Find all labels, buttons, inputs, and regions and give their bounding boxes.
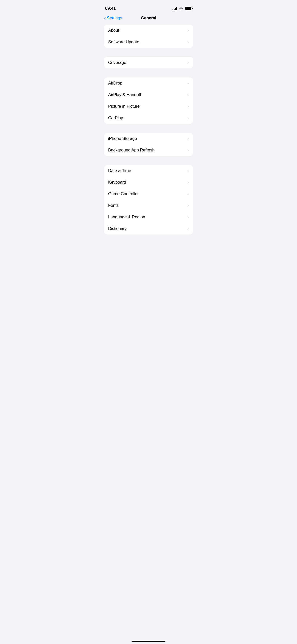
dictionary-label: Dictionary (108, 226, 127, 231)
list-item-keyboard[interactable]: Keyboard › (104, 177, 193, 188)
section-coverage: Coverage › (104, 57, 193, 68)
wifi-icon (179, 7, 183, 10)
background-app-refresh-label: Background App Refresh (108, 148, 155, 153)
list-item-airdrop[interactable]: AirDrop › (104, 77, 193, 89)
list-item-dictionary[interactable]: Dictionary › (104, 223, 193, 234)
carplay-label: CarPlay (108, 115, 123, 120)
list-item-about[interactable]: About › (104, 25, 193, 36)
section-about-update: About › Software Update › (104, 25, 193, 48)
software-update-label: Software Update (108, 39, 139, 45)
battery-icon (185, 7, 192, 10)
back-label: Settings (107, 16, 122, 21)
about-chevron-icon: › (187, 28, 189, 33)
list-item-game-controller[interactable]: Game Controller › (104, 188, 193, 200)
status-time: 09:41 (105, 6, 116, 11)
about-label: About (108, 28, 119, 33)
list-item-fonts[interactable]: Fonts › (104, 200, 193, 211)
signal-icon (173, 7, 177, 10)
software-update-chevron-icon: › (187, 39, 189, 45)
section-storage: iPhone Storage › Background App Refresh … (104, 133, 193, 156)
list-item-picture-in-picture[interactable]: Picture in Picture › (104, 101, 193, 112)
airdrop-chevron-icon: › (187, 81, 189, 86)
status-icons (173, 7, 192, 10)
fonts-label: Fonts (108, 203, 119, 208)
list-item-date-time[interactable]: Date & Time › (104, 165, 193, 177)
back-button[interactable]: ‹ Settings (104, 15, 122, 21)
nav-bar: ‹ Settings General (99, 14, 198, 25)
date-time-label: Date & Time (108, 168, 131, 173)
list-item-background-app-refresh[interactable]: Background App Refresh › (104, 144, 193, 156)
game-controller-chevron-icon: › (187, 191, 189, 196)
list-item-carplay[interactable]: CarPlay › (104, 112, 193, 124)
keyboard-chevron-icon: › (187, 180, 189, 185)
list-item-software-update[interactable]: Software Update › (104, 36, 193, 48)
section-connectivity: AirDrop › AirPlay & Handoff › Picture in… (104, 77, 193, 124)
settings-content: About › Software Update › Coverage › Air… (99, 25, 198, 254)
list-item-iphone-storage[interactable]: iPhone Storage › (104, 133, 193, 144)
background-app-refresh-chevron-icon: › (187, 148, 189, 153)
airdrop-label: AirDrop (108, 81, 122, 86)
iphone-storage-label: iPhone Storage (108, 136, 137, 141)
section-system: Date & Time › Keyboard › Game Controller… (104, 165, 193, 234)
airplay-handoff-label: AirPlay & Handoff (108, 92, 141, 97)
list-item-airplay-handoff[interactable]: AirPlay & Handoff › (104, 89, 193, 101)
coverage-label: Coverage (108, 60, 126, 65)
airplay-handoff-chevron-icon: › (187, 92, 189, 97)
game-controller-label: Game Controller (108, 191, 139, 196)
fonts-chevron-icon: › (187, 203, 189, 208)
language-region-label: Language & Region (108, 215, 145, 220)
date-time-chevron-icon: › (187, 168, 189, 173)
dictionary-chevron-icon: › (187, 226, 189, 231)
language-region-chevron-icon: › (187, 215, 189, 220)
carplay-chevron-icon: › (187, 115, 189, 120)
keyboard-label: Keyboard (108, 180, 126, 185)
list-item-language-region[interactable]: Language & Region › (104, 211, 193, 223)
page-title: General (141, 16, 156, 21)
picture-in-picture-chevron-icon: › (187, 104, 189, 109)
list-item-coverage[interactable]: Coverage › (104, 57, 193, 68)
coverage-chevron-icon: › (187, 60, 189, 65)
back-chevron-icon: ‹ (104, 15, 106, 21)
status-bar: 09:41 (99, 0, 198, 14)
picture-in-picture-label: Picture in Picture (108, 104, 140, 109)
iphone-storage-chevron-icon: › (187, 136, 189, 141)
